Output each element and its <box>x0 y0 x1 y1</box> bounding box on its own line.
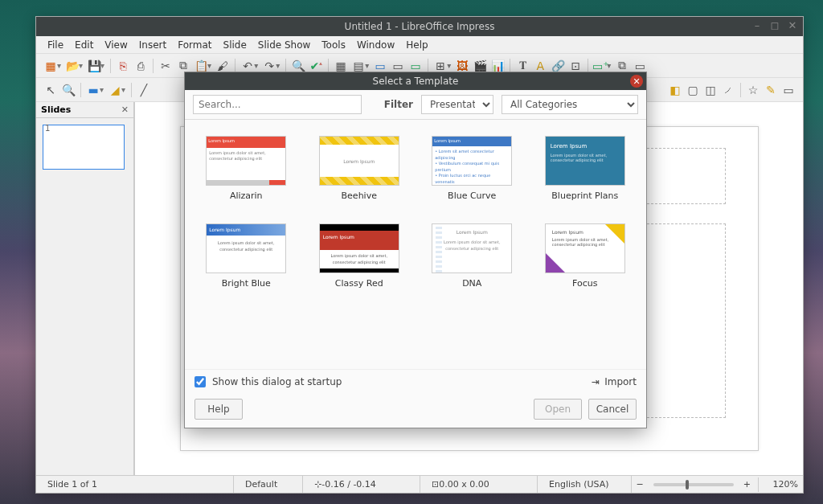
dialog-filter-row: Filter Presentations All Categories <box>185 90 646 120</box>
cut-icon[interactable]: ✂ <box>158 58 174 74</box>
import-button[interactable]: ⇥ Import <box>592 376 637 387</box>
zoom-value[interactable]: 120% <box>766 479 798 490</box>
template-label: Beehive <box>342 191 377 201</box>
template-thumb: Lorem Ipsum Lorem ipsum dolor sit amet, … <box>206 223 286 273</box>
show-at-startup-label: Show this dialog at startup <box>212 376 342 387</box>
zoom-in-icon[interactable]: + <box>743 479 751 490</box>
zoom-handle[interactable] <box>686 480 689 490</box>
separator <box>153 59 154 73</box>
menu-view[interactable]: View <box>100 38 132 52</box>
slides-panel-header: Slides ✕ <box>36 102 133 118</box>
redo-dropdown[interactable]: ▾ <box>276 61 280 70</box>
filter-label: Filter <box>384 99 413 110</box>
separator <box>131 83 132 97</box>
points-icon[interactable]: ☆ <box>745 82 761 98</box>
pdf-export-icon[interactable]: ⎘ <box>115 58 131 74</box>
dialog-close-icon[interactable]: ✕ <box>630 75 643 88</box>
filter-icon[interactable]: ⟋ <box>720 82 736 98</box>
menu-slideshow[interactable]: Slide Show <box>253 38 315 52</box>
new-icon[interactable]: ▦ <box>43 58 59 74</box>
menu-file[interactable]: File <box>43 38 68 52</box>
template-alizarin[interactable]: Lorem Ipsum Lorem ipsum dolor sit amet, … <box>194 136 298 201</box>
open-icon[interactable]: 📂 <box>64 58 80 74</box>
template-classy-red[interactable]: Lorem Ipsum Lorem ipsum dolor sit amet, … <box>308 223 412 289</box>
template-label: Classy Red <box>335 278 383 289</box>
status-lang[interactable]: English (USA) <box>543 476 632 493</box>
crop-icon[interactable]: ◫ <box>702 82 719 98</box>
filter-category-select[interactable]: All Categories <box>502 95 638 114</box>
template-beehive[interactable]: Lorem Ipsum Beehive <box>308 136 412 201</box>
minimize-button[interactable]: – <box>751 19 763 31</box>
slides-panel-title: Slides <box>41 104 71 115</box>
menu-edit[interactable]: Edit <box>70 38 98 52</box>
fill-dropdown[interactable]: ▾ <box>100 85 104 94</box>
glue-icon[interactable]: ✎ <box>763 82 779 98</box>
maximize-button[interactable]: ◻ <box>769 19 780 31</box>
line-icon[interactable]: ╱ <box>136 82 152 98</box>
separator <box>588 59 588 73</box>
template-label: Focus <box>572 278 597 289</box>
template-thumb: Lorem Ipsum • Lorem sit amet consectetur… <box>432 136 512 186</box>
view-dropdown[interactable]: ▾ <box>365 61 369 70</box>
template-label: DNA <box>462 278 481 289</box>
close-button[interactable]: ✕ <box>787 19 798 31</box>
new-dropdown[interactable]: ▾ <box>57 61 61 70</box>
separator <box>510 59 510 73</box>
window-controls: – ◻ ✕ <box>751 19 798 31</box>
open-dropdown[interactable]: ▾ <box>79 61 83 70</box>
select-icon[interactable]: ↖ <box>43 82 59 98</box>
template-bright-blue[interactable]: Lorem Ipsum Lorem ipsum dolor sit amet, … <box>194 223 298 289</box>
template-thumb: Lorem Ipsum Lorem ipsum dolor sit amet, … <box>545 223 625 273</box>
filter-application-select[interactable]: Presentations <box>421 95 493 114</box>
show-at-startup-checkbox[interactable] <box>194 376 206 387</box>
menu-format[interactable]: Format <box>173 38 216 52</box>
search-input[interactable] <box>193 95 362 114</box>
menu-window[interactable]: Window <box>352 38 399 52</box>
zoom-icon[interactable]: 🔍 <box>60 82 76 98</box>
status-style: Default <box>239 476 303 493</box>
print-icon[interactable]: ⎙ <box>133 58 149 74</box>
template-thumb: Lorem Ipsum <box>319 136 399 186</box>
layout-dropdown[interactable]: ▾ <box>607 61 611 70</box>
dialog-footer-options: Show this dialog at startup ⇥ Import <box>185 369 646 394</box>
open-button[interactable]: Open <box>534 399 582 420</box>
menu-insert[interactable]: Insert <box>134 38 171 52</box>
menu-tools[interactable]: Tools <box>317 38 350 52</box>
select-template-dialog: Select a Template ✕ Filter Presentations… <box>184 72 647 428</box>
menu-slide[interactable]: Slide <box>219 38 252 52</box>
template-label: Bright Blue <box>222 278 271 289</box>
template-dna[interactable]: Lorem Ipsum Lorem ipsum dolor sit amet, … <box>420 223 524 289</box>
dialog-title: Select a Template <box>373 76 459 87</box>
separator <box>740 83 741 97</box>
slide-number: 1 <box>45 124 50 133</box>
save-dropdown[interactable]: ▾ <box>100 61 104 70</box>
undo-dropdown[interactable]: ▾ <box>254 61 258 70</box>
toggle-extrusion-icon[interactable]: ▭ <box>780 82 796 98</box>
template-label: Blue Curve <box>448 191 496 201</box>
separator <box>285 59 286 73</box>
cancel-button[interactable]: Cancel <box>588 399 637 420</box>
help-button[interactable]: Help <box>194 399 243 420</box>
line-dropdown[interactable]: ▾ <box>121 85 125 94</box>
zoom-slider[interactable] <box>653 483 734 486</box>
import-icon: ⇥ <box>592 376 600 387</box>
close-panel-icon[interactable]: ✕ <box>121 104 129 115</box>
line-color-icon[interactable]: ◢ <box>107 82 123 98</box>
shadow-icon[interactable]: ▢ <box>685 82 701 98</box>
status-slide: Slide 1 of 1 <box>41 476 234 493</box>
template-label: Blueprint Plans <box>551 191 618 201</box>
table-dropdown[interactable]: ▾ <box>447 61 451 70</box>
status-bar: Slide 1 of 1 Default ⊹ -0.16 / -0.14 ⊡ 0… <box>36 475 803 493</box>
zoom-out-icon[interactable]: − <box>637 479 644 490</box>
status-size: ⊡ 0.00 x 0.00 <box>425 476 538 493</box>
fill-color-icon[interactable]: ▬ <box>85 82 101 98</box>
status-position: ⊹ -0.16 / -0.14 <box>308 476 420 493</box>
menu-help[interactable]: Help <box>401 38 432 52</box>
template-focus[interactable]: Lorem Ipsum Lorem ipsum dolor sit amet, … <box>534 223 637 289</box>
paste-dropdown[interactable]: ▾ <box>207 61 211 70</box>
slide-thumb-1[interactable]: 1 <box>43 125 125 170</box>
3d-icon[interactable]: ◧ <box>667 82 683 98</box>
template-blue-curve[interactable]: Lorem Ipsum • Lorem sit amet consectetur… <box>420 136 524 201</box>
template-blueprint-plans[interactable]: Lorem Ipsum Lorem ipsum dolor sit amet, … <box>534 136 637 201</box>
save-icon[interactable]: 💾 <box>86 58 102 74</box>
